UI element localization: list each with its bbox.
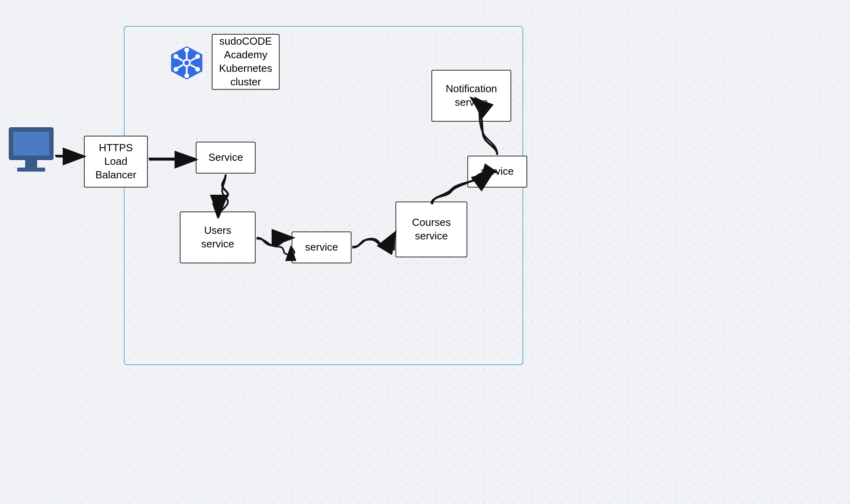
- service-top-box: Service: [196, 142, 256, 174]
- courses-service-label: Coursesservice: [412, 216, 451, 243]
- users-service-label: Users service: [189, 224, 247, 251]
- client-device: [7, 126, 55, 186]
- service-right-box: service: [467, 156, 527, 188]
- svg-point-15: [173, 67, 178, 72]
- service-mid-label: service: [305, 241, 338, 254]
- https-load-balancer-box: HTTPSLoadBalancer: [84, 136, 148, 188]
- service-mid-box: service: [292, 231, 352, 263]
- svg-point-10: [185, 47, 189, 52]
- svg-rect-19: [17, 168, 45, 172]
- svg-rect-18: [25, 160, 37, 168]
- svg-point-12: [173, 54, 178, 59]
- svg-point-14: [195, 54, 200, 59]
- service-top-label: Service: [209, 151, 243, 164]
- cluster-label-text: sudoCODE Academy Kubernetes cluster: [219, 35, 272, 89]
- notification-service-box: Notificationservice: [431, 70, 511, 122]
- diagram-canvas: sudoCODE Academy Kubernetes cluster HTTP…: [0, 0, 850, 504]
- svg-point-11: [185, 73, 189, 78]
- users-service-box: Users service: [180, 211, 256, 263]
- notification-service-label: Notificationservice: [446, 82, 497, 109]
- svg-rect-17: [13, 132, 49, 156]
- courses-service-box: Coursesservice: [395, 202, 467, 257]
- kubernetes-logo: [170, 46, 204, 80]
- service-right-label: service: [481, 165, 514, 178]
- svg-point-3: [185, 61, 189, 65]
- svg-point-13: [195, 67, 200, 72]
- cluster-label-box: sudoCODE Academy Kubernetes cluster: [212, 34, 280, 90]
- https-lb-label: HTTPSLoadBalancer: [95, 141, 137, 182]
